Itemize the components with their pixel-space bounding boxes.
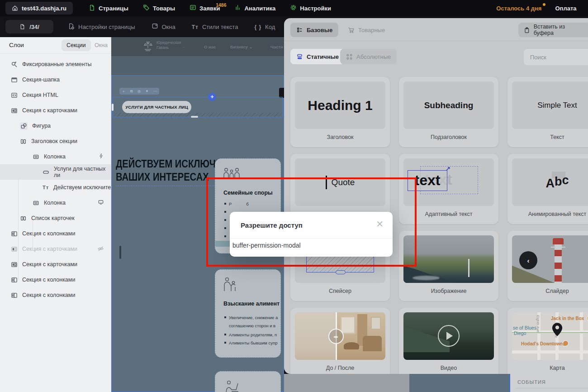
page-icon	[19, 24, 25, 30]
toolbar-item-4[interactable]: { }Код	[254, 24, 275, 30]
layer-item-3[interactable]: Секция HTML	[0, 87, 111, 103]
layer-item-11[interactable]: Список карточек	[0, 210, 111, 226]
settings-icon[interactable]: ◎	[138, 89, 141, 93]
block-before-after[interactable]: ◂▸ До / После	[290, 308, 390, 374]
layer-item-14[interactable]: Секция с карточками	[0, 257, 111, 272]
element-left-handle[interactable]	[112, 104, 114, 111]
selected-element[interactable]: УСЛУГИ ДЛЯ ЧАСТНЫХ ЛИЦ	[113, 97, 283, 117]
insert-block-button[interactable]: +	[208, 93, 216, 101]
sidebar-divider	[0, 53, 111, 54]
element-bottom-handle[interactable]	[191, 116, 198, 118]
block-subheading[interactable]: Subheading Подзаголовок	[399, 77, 498, 147]
bullet-icon	[224, 342, 226, 344]
tag-icon	[143, 4, 150, 12]
page-counter-button[interactable]: /34/	[5, 20, 53, 33]
columns-section-icon	[11, 277, 18, 283]
nav-private[interactable]: Частн	[270, 44, 283, 49]
block-caption: Анимированный текст	[507, 211, 588, 217]
search-input[interactable]	[524, 49, 588, 65]
slider-prev-button[interactable]: ‹	[519, 251, 537, 269]
layer-item-16[interactable]: Секция с колонками	[0, 287, 111, 303]
top-bar: test43.dashja.ru СтраницыТоварыЗаявки148…	[0, 0, 588, 16]
alimony-card[interactable]: Взыскание алимент Увеличение, снижение а…	[215, 269, 281, 358]
site-header[interactable]: ЮридическаяГавань ↔ О нас Бизнесу ⌄ Част…	[111, 37, 284, 56]
layer-item-15[interactable]: Секция с колонками	[0, 272, 111, 287]
block-map[interactable]: Jack in the Box se of Blues Diego Hodad'…	[507, 308, 588, 374]
block-simple-text[interactable]: Simple Text Текст	[507, 77, 588, 147]
tab-static-blocks[interactable]: Статичные	[290, 49, 345, 64]
block-heading[interactable]: Heading 1 Заголовок	[290, 77, 390, 147]
more-icon[interactable]: ⋯	[153, 89, 157, 93]
tab-absolute-blocks[interactable]: Абсолютные	[340, 49, 397, 64]
paste-from-buffer-button[interactable]: Вставить из буфера	[518, 23, 588, 37]
layer-item-12[interactable]: Секция с колонками	[0, 226, 111, 241]
layer-item-2[interactable]: Секция-шапка	[0, 72, 111, 87]
toolbar-item-3[interactable]: TтСтили текста	[192, 24, 238, 30]
payment-link[interactable]: Оплата	[555, 5, 576, 12]
block-animated-text[interactable]: Abc Анимированный текст	[507, 154, 588, 224]
canvas-drag-handle[interactable]	[119, 246, 121, 259]
blocks-panel: Базовые Товарные Вставить из буфера Стат…	[284, 18, 588, 374]
magic-icon[interactable]: ✦	[146, 89, 149, 93]
modal-annotation: buffer-permission-modal	[232, 242, 301, 249]
layer-item-4[interactable]: Секция с карточками	[0, 103, 111, 118]
tab-goods-blocks[interactable]: Товарные	[342, 23, 391, 37]
block-caption: Карта	[507, 365, 588, 371]
toolbar-item-label: Код	[265, 24, 275, 30]
map-poi-icon	[563, 340, 569, 346]
block-caption: Текст	[507, 134, 588, 140]
nav-about[interactable]: О нас	[204, 44, 216, 49]
card-title: Взыскание алимент	[223, 301, 280, 307]
layer-item-7[interactable]: Колонка	[0, 149, 111, 164]
add-icon[interactable]: ＋	[122, 89, 125, 94]
events-label: СОБЫТИЯ	[517, 379, 546, 385]
block-video[interactable]: Видео	[399, 308, 498, 374]
toolbar-item-2[interactable]: Окна	[152, 23, 175, 31]
layer-item-5[interactable]: Фигура	[0, 118, 111, 134]
layer-item-label: Секция-шапка	[22, 76, 60, 83]
site-home-button[interactable]: test43.dashja.ru	[5, 2, 73, 14]
block-image[interactable]: Изображение	[399, 231, 498, 301]
eye-off-icon[interactable]	[97, 245, 104, 253]
layer-item-label: Фигура	[32, 123, 51, 129]
section-side-button[interactable]	[279, 88, 284, 98]
block-slider[interactable]: ‹ › Слайдер	[507, 231, 588, 301]
tab-sections[interactable]: Секции	[62, 39, 91, 51]
sidebar-title: Слои	[9, 42, 24, 48]
columns-section-icon	[11, 292, 18, 299]
layer-item-13[interactable]: Секция с карточками	[0, 241, 111, 257]
layer-item-1[interactable]: Фиксированные элементы	[0, 57, 111, 72]
layer-item-9[interactable]: TтДействуем исключите	[0, 180, 111, 195]
tab-basic-blocks[interactable]: Базовые	[290, 23, 338, 37]
services-badge[interactable]: УСЛУГИ ДЛЯ ЧАСТНЫХ ЛИЦ	[122, 101, 191, 113]
events-submenu[interactable]: СОБЫТИЯ	[509, 374, 588, 392]
layer-item-10[interactable]: Колонка	[0, 195, 111, 210]
layer-item-6[interactable]: Заголовок секции	[0, 134, 111, 149]
topbar-item-2[interactable]: Товары	[143, 4, 175, 12]
nav-business[interactable]: Бизнесу ⌄	[230, 44, 252, 49]
bullet-icon	[224, 235, 226, 237]
header-substrip	[111, 56, 284, 75]
permission-modal[interactable]: Разрешите доступ ✕ buffer-permission-mod…	[230, 212, 393, 257]
spacer-handle	[336, 270, 346, 274]
topbar-item-4[interactable]: Аналитика	[234, 4, 275, 12]
tab-windows[interactable]: Окна	[90, 39, 113, 51]
toolbar-item-1[interactable]: Настройки страницы	[68, 23, 135, 31]
cart-icon	[348, 27, 355, 33]
topbar-item-3[interactable]: Заявки1486	[190, 4, 220, 12]
trial-countdown[interactable]: Осталось 4 дня	[496, 5, 541, 12]
duplicate-icon[interactable]: ⧉	[130, 89, 133, 94]
block-caption: До / После	[290, 365, 390, 371]
search-box	[524, 49, 588, 65]
consult-card[interactable]	[215, 371, 281, 392]
text-element-icon: Tт	[43, 185, 49, 190]
section-mini-toolbar[interactable]: ＋ ⧉ ◎ ✦ ⋯	[119, 88, 159, 95]
map-place-label: se of Blues	[513, 325, 536, 330]
block-adaptive-text[interactable]: text text ↗ Адаптивный текст	[399, 154, 498, 224]
block-preview: ◂▸	[295, 312, 385, 360]
topbar-item-5[interactable]: Настройки	[290, 4, 331, 12]
tree-guide	[18, 177, 19, 280]
topbar-item-1[interactable]: Страницы	[89, 4, 128, 13]
layer-item-8[interactable]: Услуги для частных ли	[0, 164, 111, 180]
close-icon[interactable]: ✕	[376, 219, 384, 229]
